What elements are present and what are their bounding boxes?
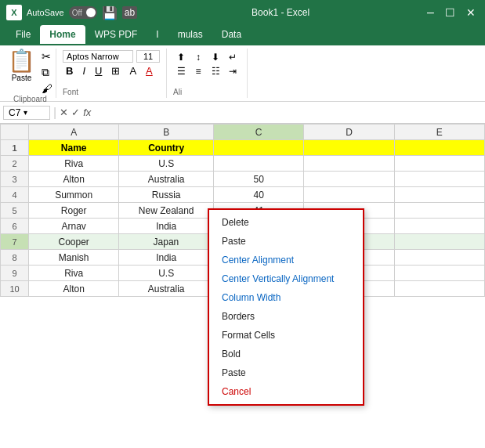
- cell-ref-chevron[interactable]: ▾: [24, 108, 27, 117]
- wrap-text-button[interactable]: ↵: [225, 50, 241, 64]
- cell-a1[interactable]: Name: [29, 140, 119, 156]
- paste-label: Paste: [12, 74, 32, 82]
- align-right-button[interactable]: ☷: [208, 64, 223, 78]
- tab-insert[interactable]: I: [147, 25, 168, 45]
- tab-home[interactable]: Home: [40, 25, 85, 45]
- align-bottom-button[interactable]: ⬇: [208, 50, 223, 64]
- context-menu-center-vertically-alignment[interactable]: Center Vertically Alignment: [209, 269, 363, 288]
- indent-button[interactable]: ⇥: [225, 64, 241, 78]
- cut-icon[interactable]: ✂: [42, 50, 52, 63]
- cell-a8[interactable]: Manish: [29, 250, 119, 266]
- cell-d3[interactable]: [304, 172, 394, 187]
- format-painter-icon[interactable]: 🖌: [42, 82, 52, 95]
- underline-button[interactable]: U: [92, 64, 105, 78]
- tab-data[interactable]: Data: [212, 25, 251, 45]
- cell-a10[interactable]: Alton: [29, 281, 119, 297]
- col-header-d[interactable]: D: [304, 125, 394, 140]
- save-icon[interactable]: 💾: [102, 5, 118, 20]
- font-section: Aptos Narrow 11 B I U ⊞ A A Font: [56, 49, 167, 98]
- paste-button[interactable]: 📋: [8, 50, 35, 72]
- cell-b2[interactable]: U.S: [119, 156, 214, 172]
- cell-b7[interactable]: Japan: [119, 234, 214, 250]
- row-num-4: 4: [1, 187, 29, 203]
- cell-b10[interactable]: Australia: [119, 281, 214, 297]
- insert-function-icon[interactable]: fx: [83, 107, 91, 118]
- cell-e7[interactable]: [394, 234, 484, 250]
- context-menu-center-alignment[interactable]: Center Alignment: [209, 251, 363, 269]
- cell-d1[interactable]: [304, 140, 394, 156]
- col-header-a[interactable]: A: [29, 125, 119, 140]
- cell-e5[interactable]: [394, 203, 484, 219]
- cell-c4[interactable]: 40: [214, 187, 304, 203]
- cancel-formula-icon[interactable]: ✕: [60, 107, 68, 118]
- context-menu-cancel[interactable]: Cancel: [209, 382, 363, 401]
- context-menu-paste[interactable]: Paste: [209, 232, 363, 251]
- cell-b1[interactable]: Country: [119, 140, 214, 156]
- align-left-button[interactable]: ☰: [173, 64, 189, 78]
- cell-e3[interactable]: [394, 172, 484, 187]
- cell-c3[interactable]: 50: [214, 172, 304, 187]
- cell-a9[interactable]: Riva: [29, 266, 119, 281]
- context-menu-delete[interactable]: Delete: [209, 213, 363, 232]
- cell-b6[interactable]: India: [119, 219, 214, 234]
- font-color-button[interactable]: A: [143, 64, 156, 78]
- context-menu-bold[interactable]: Bold: [209, 345, 363, 363]
- col-header-e[interactable]: E: [394, 125, 484, 140]
- align-middle-button[interactable]: ↕: [190, 50, 206, 64]
- font-name-box[interactable]: Aptos Narrow: [63, 50, 133, 63]
- context-menu-paste2[interactable]: Paste: [209, 363, 363, 382]
- col-header-b[interactable]: B: [119, 125, 214, 140]
- clipboard-label: Clipboard: [8, 95, 52, 103]
- cell-e8[interactable]: [394, 250, 484, 266]
- tab-file[interactable]: File: [6, 25, 40, 45]
- minimize-button[interactable]: –: [424, 5, 437, 20]
- table-row: 2 Riva U.S: [1, 156, 485, 172]
- cell-e1[interactable]: [394, 140, 484, 156]
- cell-d2[interactable]: [304, 156, 394, 172]
- cell-c2[interactable]: [214, 156, 304, 172]
- ribbon-tabs: File Home WPS PDF I mulas Data: [0, 25, 485, 45]
- cell-a7[interactable]: Cooper: [29, 234, 119, 250]
- row-num-8: 8: [1, 250, 29, 266]
- cell-b9[interactable]: U.S: [119, 266, 214, 281]
- cell-e2[interactable]: [394, 156, 484, 172]
- align-center-button[interactable]: ≡: [190, 64, 206, 78]
- cell-e9[interactable]: [394, 266, 484, 281]
- bold-button[interactable]: B: [63, 64, 76, 78]
- cell-a5[interactable]: Roger: [29, 203, 119, 219]
- cell-e4[interactable]: [394, 187, 484, 203]
- cell-a2[interactable]: Riva: [29, 156, 119, 172]
- font-size-box[interactable]: 11: [136, 50, 160, 63]
- autosave-toggle[interactable]: Off: [69, 6, 97, 19]
- tab-wps-pdf[interactable]: WPS PDF: [85, 25, 147, 45]
- italic-button[interactable]: I: [79, 64, 89, 78]
- formula-input[interactable]: [94, 107, 482, 118]
- cell-a4[interactable]: Summon: [29, 187, 119, 203]
- confirm-formula-icon[interactable]: ✓: [71, 107, 80, 118]
- border-button[interactable]: ⊞: [108, 64, 123, 78]
- cell-b8[interactable]: India: [119, 250, 214, 266]
- context-menu-format-cells[interactable]: Format Cells: [209, 326, 363, 345]
- cell-d4[interactable]: [304, 187, 394, 203]
- fill-color-button[interactable]: A: [126, 64, 139, 78]
- ab-icon: ab: [122, 6, 137, 19]
- cell-b5[interactable]: New Zealand: [119, 203, 214, 219]
- cell-a3[interactable]: Alton: [29, 172, 119, 187]
- close-button[interactable]: ✕: [463, 6, 479, 19]
- context-menu-column-width[interactable]: Column Width: [209, 288, 363, 307]
- context-menu-borders[interactable]: Borders: [209, 307, 363, 326]
- cell-a6[interactable]: Arnav: [29, 219, 119, 234]
- cell-e10[interactable]: [394, 281, 484, 297]
- cell-c1[interactable]: [214, 140, 304, 156]
- maximize-button[interactable]: ☐: [442, 6, 458, 19]
- col-header-c[interactable]: C: [214, 125, 304, 140]
- align-top-button[interactable]: ⬆: [173, 50, 189, 64]
- cell-ref-value: C7: [9, 107, 20, 118]
- cell-reference-box[interactable]: C7 ▾: [3, 106, 50, 120]
- tab-formulas[interactable]: mulas: [168, 25, 212, 45]
- cell-b3[interactable]: Australia: [119, 172, 214, 187]
- alignment-label: Ali: [173, 88, 241, 96]
- cell-e6[interactable]: [394, 219, 484, 234]
- copy-icon[interactable]: ⧉: [42, 66, 52, 79]
- cell-b4[interactable]: Russia: [119, 187, 214, 203]
